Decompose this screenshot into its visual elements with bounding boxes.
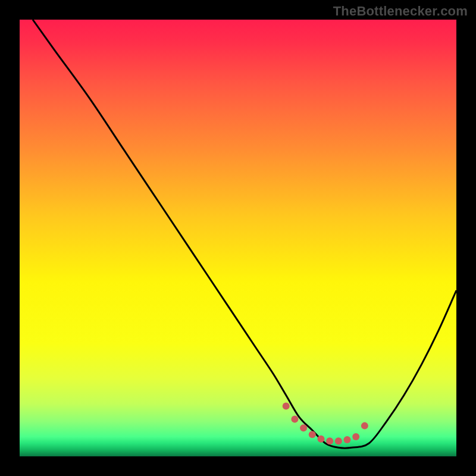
highlight-dot [283, 403, 290, 410]
highlight-dot [317, 436, 324, 443]
highlight-dot [335, 437, 342, 444]
highlight-dot [352, 433, 359, 440]
highlight-dot [344, 436, 351, 443]
watermark-text: TheBottlenecker.com [333, 4, 468, 19]
chart-svg [20, 20, 456, 456]
highlight-dot [326, 437, 333, 444]
chart-area [20, 20, 456, 456]
highlight-dot [291, 416, 298, 423]
highlight-dot [361, 422, 368, 430]
highlight-dot [309, 431, 316, 438]
highlight-dot [300, 424, 307, 431]
gradient-background [20, 20, 456, 456]
